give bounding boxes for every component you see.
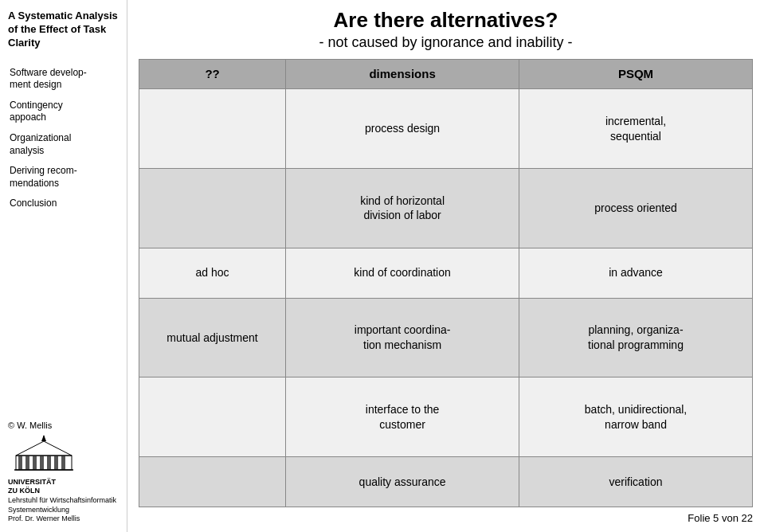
table-row: quality assurance verification	[139, 457, 753, 507]
cell-r2-c2: kind of horizontaldivision of labor	[286, 169, 519, 248]
sidebar-item-software[interactable]: Software develop-ment design	[8, 65, 119, 94]
sidebar-item-conclusion[interactable]: Conclusion	[8, 195, 119, 213]
page-title: Are there alternatives?	[139, 8, 753, 33]
cell-r2-c3: process oriented	[519, 169, 753, 248]
table-row: mutual adjustment important coordina-tio…	[139, 298, 753, 377]
sidebar-title: A Systematic Analysis of the Effect of T…	[8, 10, 119, 50]
cell-r3-c3: in advance	[519, 248, 753, 298]
footer: Folie 5 von 22	[139, 512, 753, 524]
cell-r1-c1	[139, 89, 286, 169]
table-row: interface to thecustomer batch, unidirec…	[139, 377, 753, 457]
svg-rect-5	[47, 456, 51, 470]
svg-rect-7	[61, 456, 65, 470]
university-name: UNIVERSITÄTZU KÖLN Lehrstuhl für Wirtsch…	[8, 478, 116, 524]
cell-r4-c1: mutual adjustment	[139, 298, 286, 377]
sidebar-bottom: © W. Mellis UNIVERSITÄTZU KÖLN Lehrstuhl…	[8, 421, 119, 524]
sidebar-copyright: © W. Mellis	[8, 421, 52, 430]
page-subtitle: - not caused by ignorance and inability …	[139, 34, 753, 51]
svg-rect-3	[33, 456, 37, 470]
cell-r6-c3: verification	[519, 457, 753, 507]
svg-rect-4	[40, 456, 44, 470]
svg-marker-9	[16, 441, 72, 456]
cell-r5-c1	[139, 377, 286, 457]
cell-r4-c2: important coordina-tion mechanism	[286, 298, 519, 377]
cell-r3-c2: kind of coordination	[286, 248, 519, 298]
main-table: ?? dimensions PSQM process design increm…	[139, 59, 753, 507]
sidebar-item-deriving[interactable]: Deriving recom-mendations	[8, 162, 119, 192]
slide-number: Folie 5 von 22	[688, 512, 753, 524]
cell-r1-c3: incremental,sequential	[519, 89, 753, 169]
table-row: process design incremental,sequential	[139, 89, 753, 169]
cell-r6-c1	[139, 457, 286, 507]
table-row: kind of horizontaldivision of labor proc…	[139, 169, 753, 248]
cell-r3-c1: ad hoc	[139, 248, 286, 298]
cell-r1-c2: process design	[286, 89, 519, 169]
svg-marker-11	[41, 435, 46, 441]
cell-r5-c2: interface to thecustomer	[286, 377, 519, 457]
table-header-row: ?? dimensions PSQM	[139, 60, 753, 89]
col-header-qq: ??	[139, 60, 286, 89]
university-logo-icon	[8, 433, 80, 475]
cell-r6-c2: quality assurance	[286, 457, 519, 507]
table-row: ad hoc kind of coordination in advance	[139, 248, 753, 298]
svg-rect-2	[25, 456, 29, 470]
sidebar: A Systematic Analysis of the Effect of T…	[0, 0, 127, 532]
cell-r4-c3: planning, organiza-tional programming	[519, 298, 753, 377]
sidebar-item-organizational[interactable]: Organizationalanalysis	[8, 130, 119, 159]
cell-r2-c1	[139, 169, 286, 248]
svg-rect-6	[54, 456, 58, 470]
svg-rect-1	[18, 456, 22, 470]
col-header-dimensions: dimensions	[286, 60, 519, 89]
col-header-psqm: PSQM	[519, 60, 753, 89]
sidebar-nav: Software develop-ment design Contingency…	[8, 65, 119, 421]
sidebar-item-contingency[interactable]: Contingencyappoach	[8, 97, 119, 127]
cell-r5-c3: batch, unidirectional,narrow band	[519, 377, 753, 457]
main-content: Are there alternatives? - not caused by …	[127, 0, 764, 532]
